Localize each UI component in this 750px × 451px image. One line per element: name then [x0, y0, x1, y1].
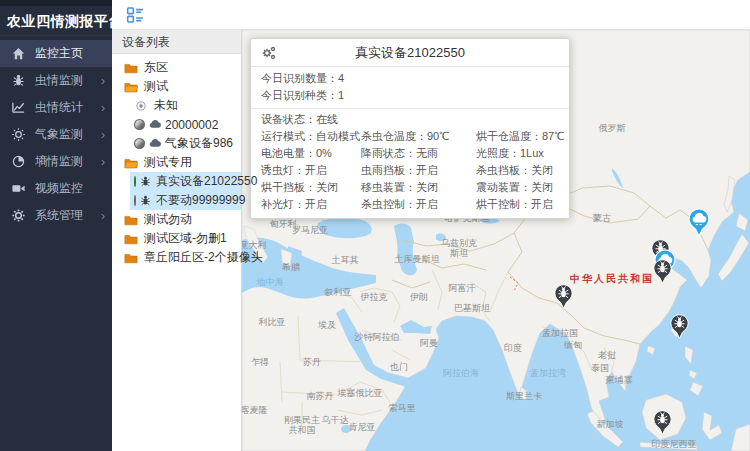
video-icon — [10, 181, 26, 197]
map-canvas[interactable]: 俄罗斯蒙古哈萨克斯坦乌克兰捷克匈牙利罗马尼亚意大利希腊土耳其叙利亚伊拉克伊朗阿富… — [242, 30, 750, 451]
bug-icon — [139, 194, 152, 207]
insect-device-marker[interactable] — [670, 314, 689, 339]
tree-item-label: 真实设备21022550 — [156, 173, 257, 190]
bug-icon — [139, 175, 152, 188]
tree-item-label: 测试专用 — [144, 154, 192, 171]
sidebar-item-系统管理[interactable]: 系统管理› — [0, 202, 112, 229]
popup-field-光照度: 光照度：1Lux — [476, 145, 569, 162]
device-list-toggle-icon[interactable] — [126, 6, 144, 24]
tree-item-label: 东区 — [144, 59, 168, 76]
popup-field-移虫装置: 移虫装置：关闭 — [361, 179, 476, 196]
chevron-right-icon: › — [101, 128, 105, 142]
chevron-right-icon: › — [101, 101, 105, 115]
sidebar-item-label: 监控主页 — [35, 45, 112, 62]
tree-item-label: 未知 — [154, 97, 178, 114]
chevron-right-icon: › — [101, 74, 105, 88]
popup-status-grid: 设备状态：在线运行模式：自动模式杀虫仓温度：90℃烘干仓温度：87℃电池电量：0… — [251, 109, 569, 218]
sidebar-item-视频监控[interactable]: 视频监控 — [0, 175, 112, 202]
popup-grid-row: 烘干挡板：关闭移虫装置：关闭震动装置：关闭 — [251, 179, 569, 196]
folder-closed-icon — [124, 214, 138, 226]
device-panel-header: 设备列表 — [112, 30, 241, 54]
tree-item-测试区域-勿删1[interactable]: 测试区域-勿删1 — [112, 229, 241, 248]
popup-field-降雨状态: 降雨状态：无雨 — [361, 145, 476, 162]
status-sphere-gray — [134, 195, 136, 206]
popup-today-stats: 今日识别数量：4今日识别种类：1 — [251, 67, 569, 109]
app-window: 农业四情测报平台 监控主页虫情监测›虫情统计›气象监测›墒情监测›视频监控系统管… — [0, 0, 750, 451]
folder-closed-icon — [124, 62, 138, 74]
tree-item-label: 测试勿动 — [144, 211, 192, 228]
gears-icon[interactable] — [261, 45, 277, 61]
popup-stat-line: 今日识别种类：1 — [251, 87, 569, 104]
tree-item-测试勿动[interactable]: 测试勿动 — [112, 210, 241, 229]
insect-device-marker[interactable] — [653, 410, 672, 435]
sidebar: 农业四情测报平台 监控主页虫情监测›虫情统计›气象监测›墒情监测›视频监控系统管… — [0, 0, 112, 451]
tree-item-不要动99999999[interactable]: 不要动99999999 — [130, 191, 241, 210]
globe-icon — [10, 154, 26, 170]
popup-field-运行模式: 运行模式：自动模式 — [251, 128, 361, 145]
radio-icon — [134, 100, 148, 112]
chevron-right-icon: › — [101, 155, 105, 169]
tree-item-label: 测试区域-勿删1 — [144, 230, 227, 247]
popup-grid-row: 补光灯：开启杀虫控制：开启烘干控制：开启 — [251, 196, 569, 213]
folder-open-icon — [124, 81, 138, 93]
sidebar-item-墒情监测[interactable]: 墒情监测› — [0, 148, 112, 175]
tree-item-测试专用[interactable]: 测试专用 — [112, 153, 241, 172]
tree-item-20000002[interactable]: 20000002 — [112, 115, 241, 134]
tree-item-label: 不要动99999999 — [156, 192, 245, 209]
popup-field-杀虫控制: 杀虫控制：开启 — [361, 196, 476, 213]
popup-field-虫雨挡板: 虫雨挡板：开启 — [361, 162, 476, 179]
device-info-popup: 真实设备21022550 今日识别数量：4今日识别种类：1 设备状态：在线运行模… — [250, 38, 570, 219]
topbar — [112, 0, 750, 30]
weather-device-marker[interactable] — [688, 208, 710, 237]
chart-icon — [10, 100, 26, 116]
popup-field-诱虫灯: 诱虫灯：开启 — [251, 162, 361, 179]
insect-device-marker[interactable] — [554, 284, 573, 309]
popup-header: 真实设备21022550 — [251, 39, 569, 67]
tree-item-东区[interactable]: 东区 — [112, 58, 241, 77]
popup-field-补光灯: 补光灯：开启 — [251, 196, 361, 213]
weather-icon — [148, 137, 161, 150]
bug-icon — [10, 73, 26, 89]
status-sphere-green — [134, 176, 136, 187]
sun-icon — [10, 127, 26, 143]
sidebar-item-虫情监测[interactable]: 虫情监测› — [0, 67, 112, 94]
folder-open-icon — [124, 157, 138, 169]
tree-item-label: 气象设备986 — [165, 135, 233, 152]
tree-item-气象设备986[interactable]: 气象设备986 — [112, 134, 241, 153]
sidebar-item-气象监测[interactable]: 气象监测› — [0, 121, 112, 148]
folder-closed-icon — [124, 233, 138, 245]
popup-field-杀虫仓温度: 杀虫仓温度：90℃ — [361, 128, 476, 145]
status-sphere-gray — [134, 138, 145, 149]
app-title: 农业四情测报平台 — [0, 6, 112, 36]
tree-item-label: 测试 — [144, 78, 168, 95]
sidebar-item-虫情统计[interactable]: 虫情统计› — [0, 94, 112, 121]
popup-grid-row: 电池电量：0%降雨状态：无雨光照度：1Lux — [251, 145, 569, 162]
tree-item-label: 章丘阳丘区-2个摄像头 — [144, 249, 263, 266]
tree-item-章丘阳丘区-2个摄像头[interactable]: 章丘阳丘区-2个摄像头 — [112, 248, 241, 267]
chevron-right-icon: › — [101, 209, 105, 223]
popup-stat-line: 今日识别数量：4 — [251, 70, 569, 87]
popup-device-title: 真实设备21022550 — [251, 44, 569, 62]
sidebar-item-label: 视频监控 — [35, 180, 112, 197]
tree-item-label: 20000002 — [165, 118, 218, 132]
popup-grid-row: 运行模式：自动模式杀虫仓温度：90℃烘干仓温度：87℃ — [251, 128, 569, 145]
sidebar-item-监控主页[interactable]: 监控主页 — [0, 40, 112, 67]
device-panel: 设备列表 东区测试未知20000002气象设备986测试专用真实设备210225… — [112, 30, 242, 451]
popup-device-status: 设备状态：在线 — [251, 111, 569, 128]
gear-icon — [10, 208, 26, 224]
popup-field-杀虫挡板: 杀虫挡板：关闭 — [476, 162, 569, 179]
device-tree: 东区测试未知20000002气象设备986测试专用真实设备21022550不要动… — [112, 54, 241, 267]
popup-field-电池电量: 电池电量：0% — [251, 145, 361, 162]
tree-item-测试[interactable]: 测试 — [112, 77, 241, 96]
weather-icon — [148, 118, 161, 131]
home-icon — [10, 46, 26, 62]
tree-item-真实设备21022550[interactable]: 真实设备21022550 — [130, 172, 241, 191]
sidebar-menu: 监控主页虫情监测›虫情统计›气象监测›墒情监测›视频监控系统管理› — [0, 36, 112, 229]
popup-field-烘干控制: 烘干控制：开启 — [476, 196, 569, 213]
insect-device-marker[interactable] — [653, 259, 672, 284]
popup-field-烘干挡板: 烘干挡板：关闭 — [251, 179, 361, 196]
tree-item-未知[interactable]: 未知 — [112, 96, 241, 115]
status-sphere-gray — [134, 119, 145, 130]
popup-field-烘干仓温度: 烘干仓温度：87℃ — [476, 128, 569, 145]
popup-grid-row: 诱虫灯：开启虫雨挡板：开启杀虫挡板：关闭 — [251, 162, 569, 179]
